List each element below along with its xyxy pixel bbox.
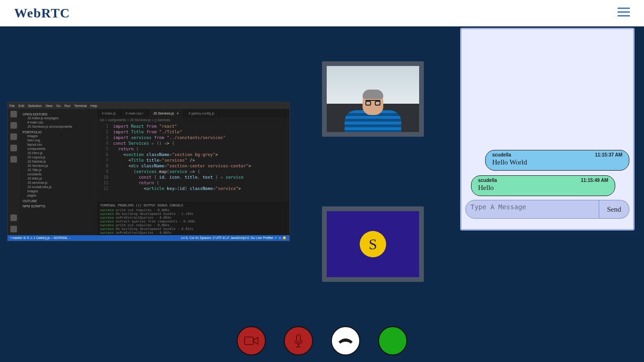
- account-icon[interactable]: [10, 214, 17, 221]
- open-editor-item[interactable]: JS index.js src/pages: [23, 116, 94, 120]
- editor-tabs: # index.js # main.css ! JS Services.js× …: [97, 109, 289, 117]
- editor-main: # index.js # main.css ! JS Services.js× …: [97, 109, 289, 235]
- participant-avatar-tile[interactable]: S: [322, 206, 424, 282]
- file-item[interactable]: JS Navbar.js: [23, 159, 94, 164]
- main-area: File Edit Selection View Go Run Terminal…: [0, 26, 644, 326]
- file-item[interactable]: layout.css: [23, 142, 94, 147]
- file-item[interactable]: JS links.js: [23, 176, 94, 181]
- chat-message: scudella 11:15:37 AM Hello World: [485, 150, 629, 171]
- file-item[interactable]: JS socialLinks.js: [23, 185, 94, 189]
- hangup-button[interactable]: [331, 326, 360, 355]
- tab[interactable]: # index.js: [97, 109, 121, 117]
- chat-messages[interactable]: scudella 11:15:37 AM Hello World scudell…: [462, 29, 633, 200]
- toggle-camera-button[interactable]: [237, 326, 266, 355]
- menu-edit[interactable]: Edit: [18, 104, 24, 107]
- menu-view[interactable]: View: [45, 104, 52, 107]
- svg-rect-2: [618, 15, 630, 16]
- outline-title: OUTLINE: [23, 199, 94, 203]
- file-item[interactable]: JS Layout.js: [23, 155, 94, 159]
- explorer-icon[interactable]: [10, 111, 17, 117]
- message-time: 11:15:37 AM: [595, 152, 622, 157]
- panel-tabs[interactable]: TERMINAL PROBLEMS (1) OUTPUT DEBUG CONSO…: [100, 204, 287, 207]
- editor-menu-bar: File Edit Selection View Go Run Terminal…: [8, 102, 289, 109]
- code-area[interactable]: 123456789101112 import React from "react…: [97, 123, 289, 202]
- hamburger-icon: [618, 8, 630, 17]
- scm-icon[interactable]: [10, 133, 17, 140]
- chat-message: scudella 11:15:49 AM Hello: [471, 175, 615, 196]
- gear-icon[interactable]: [10, 226, 17, 232]
- terminal-output: success write out requires - 0.886ssucce…: [100, 208, 287, 235]
- menu-file[interactable]: File: [9, 104, 15, 107]
- message-body: Hello World: [492, 158, 622, 166]
- close-icon[interactable]: ×: [177, 112, 179, 115]
- app-header: WebRTC: [0, 0, 644, 26]
- file-item[interactable]: JS Services.js: [23, 164, 94, 168]
- send-button[interactable]: Send: [599, 200, 629, 219]
- code-lines: import React from "react"import Title fr…: [111, 123, 289, 202]
- svg-rect-4: [297, 335, 300, 342]
- camera-icon: [244, 336, 258, 346]
- open-editor-item[interactable]: JS Services.js src/components: [23, 124, 94, 129]
- line-numbers: 123456789101112: [97, 123, 111, 202]
- activity-bar: [8, 109, 20, 235]
- file-item[interactable]: images: [23, 134, 94, 138]
- workspace-title: PORTFOLIO: [23, 131, 94, 134]
- tab[interactable]: # main.css !: [121, 109, 149, 117]
- file-item[interactable]: JS Title.js: [23, 168, 94, 172]
- status-left: ! master ⊘ 0 ⚠ 1 Gatsby.js -- NORMAL --: [10, 236, 71, 240]
- avatar-background: S: [327, 211, 419, 277]
- chat-panel: scudella 11:15:37 AM Hello World scudell…: [460, 28, 635, 230]
- extra-button[interactable]: [378, 326, 407, 355]
- menu-help[interactable]: Help: [91, 104, 97, 107]
- logo: WebRTC: [14, 6, 70, 21]
- avatar: S: [360, 231, 386, 257]
- menu-terminal[interactable]: Terminal: [74, 104, 86, 107]
- svg-rect-1: [618, 11, 630, 13]
- menu-go[interactable]: Go: [56, 104, 60, 107]
- menu-run[interactable]: Run: [65, 104, 71, 107]
- npm-title: NPM SCRIPTS: [23, 205, 94, 208]
- debug-icon[interactable]: [10, 145, 17, 151]
- chat-input[interactable]: [465, 200, 599, 219]
- hangup-icon: [338, 337, 354, 345]
- open-editors-title: OPEN EDITORS: [23, 113, 94, 116]
- toggle-mic-button[interactable]: [284, 326, 313, 355]
- message-body: Hello: [478, 184, 608, 192]
- tab[interactable]: # gatsby-config.js: [184, 109, 219, 117]
- file-item[interactable]: images: [23, 189, 94, 193]
- message-time: 11:15:49 AM: [581, 178, 608, 183]
- file-item[interactable]: JS services.js: [23, 181, 94, 185]
- chat-input-row: Send: [462, 200, 633, 229]
- camera-feed: [327, 66, 419, 132]
- tab-label: JS Services.js: [153, 112, 174, 115]
- shared-screen-tile[interactable]: File Edit Selection View Go Run Terminal…: [7, 102, 290, 241]
- menu-selection[interactable]: Selection: [28, 104, 41, 107]
- editor-sidebar: OPEN EDITORS JS index.js src/pages # mai…: [20, 109, 97, 235]
- open-editor-item[interactable]: # main.css: [23, 120, 94, 124]
- mic-icon: [293, 334, 304, 348]
- tab-active[interactable]: JS Services.js×: [149, 109, 184, 117]
- message-sender: scudella: [478, 178, 497, 183]
- file-item[interactable]: components: [23, 147, 94, 151]
- extensions-icon[interactable]: [10, 156, 17, 163]
- message-sender: scudella: [492, 152, 511, 157]
- svg-rect-3: [245, 337, 253, 345]
- file-item[interactable]: constants: [23, 172, 94, 176]
- remote-video-tile[interactable]: [322, 61, 424, 137]
- terminal-panel[interactable]: TERMINAL PROBLEMS (1) OUTPUT DEBUG CONSO…: [97, 202, 289, 235]
- file-item[interactable]: JS Hero.js: [23, 151, 94, 155]
- menu-button[interactable]: [618, 8, 630, 19]
- file-item[interactable]: pages: [23, 193, 94, 197]
- file-item[interactable]: hero.svg: [23, 138, 94, 142]
- svg-rect-0: [618, 8, 630, 9]
- status-bar: ! master ⊘ 0 ⚠ 1 Gatsby.js -- NORMAL -- …: [8, 235, 289, 241]
- search-icon[interactable]: [10, 122, 17, 129]
- breadcrumb: src > components > JS Services.js > () S…: [97, 117, 289, 123]
- status-right: Ln 6, Col 41 Spaces: 2 UTF-8 LF JavaScri…: [181, 236, 287, 240]
- call-controls: [0, 326, 644, 355]
